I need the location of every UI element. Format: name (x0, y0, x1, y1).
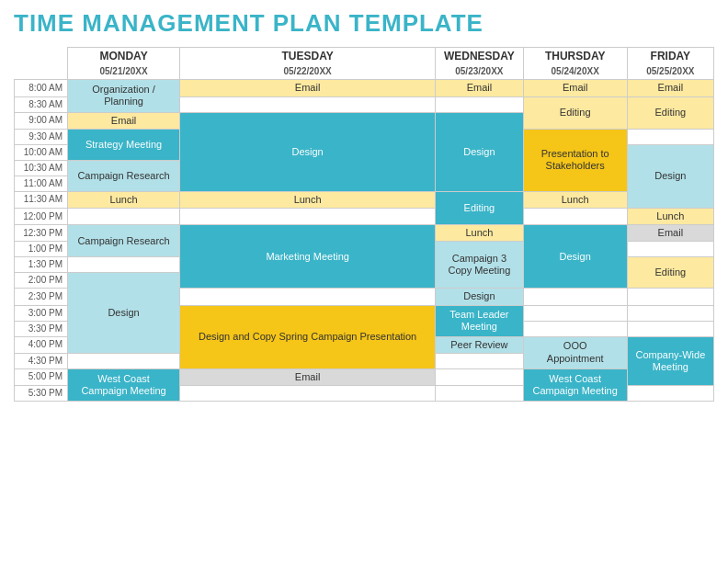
schedule-cell: Design (436, 289, 524, 305)
time-cell: 3:30 PM (15, 321, 68, 336)
date-monday: 05/21/20XX (68, 64, 180, 80)
schedule-cell: Strategy Meeting (68, 129, 180, 160)
time-cell: 9:30 AM (15, 129, 68, 144)
schedule-cell (436, 96, 524, 112)
schedule-cell: Email (523, 80, 627, 96)
header-tuesday: TUESDAY (180, 48, 436, 65)
schedule-cell (436, 385, 524, 401)
schedule-cell (627, 289, 713, 305)
time-cell: 8:00 AM (15, 80, 68, 96)
schedule-cell: OOOAppointment (523, 336, 627, 368)
time-cell: 4:00 PM (15, 336, 68, 353)
schedule-cell: Campaign Research (68, 160, 180, 191)
time-cell: 8:30 AM (15, 96, 68, 112)
schedule-cell: Design (436, 112, 524, 191)
schedule-cell: Design (627, 144, 713, 208)
schedule-cell: Design (68, 273, 180, 353)
schedule-cell (180, 208, 436, 224)
schedule-cell (68, 353, 180, 368)
schedule-cell: Design and Copy Spring Campaign Presenta… (180, 305, 436, 368)
time-cell: 1:30 PM (15, 257, 68, 273)
page-title: TIME MANAGEMENT PLAN TEMPLATE (14, 9, 714, 38)
time-cell: 12:00 PM (15, 208, 68, 224)
schedule-cell: Email (627, 80, 713, 96)
time-cell: 11:00 AM (15, 176, 68, 191)
schedule-cell: Lunch (180, 191, 436, 208)
schedule-cell: West CoastCampaign Meeting (523, 368, 627, 401)
schedule-cell (523, 321, 627, 336)
header-monday: MONDAY (68, 48, 180, 65)
schedule-cell: Email (627, 225, 713, 242)
schedule-cell: Editing (436, 191, 524, 224)
date-tuesday: 05/22/20XX (180, 64, 436, 80)
schedule-cell (68, 208, 180, 224)
time-cell: 3:00 PM (15, 305, 68, 321)
schedule-cell: Lunch (68, 191, 180, 208)
schedule-cell: Design (180, 112, 436, 191)
schedule-cell: Lunch (436, 225, 524, 242)
schedule-table: MONDAY TUESDAY WEDNESDAY THURSDAY FRIDAY… (14, 47, 714, 402)
schedule-cell: Marketing Meeting (180, 225, 436, 289)
schedule-cell (180, 289, 436, 305)
schedule-cell (627, 242, 713, 257)
corner-cell (15, 48, 68, 65)
time-cell: 11:30 AM (15, 191, 68, 208)
schedule-cell: Team LeaderMeeting (436, 305, 524, 336)
schedule-cell (523, 305, 627, 321)
schedule-cell: Campaign Research (68, 225, 180, 257)
time-cell: 9:00 AM (15, 112, 68, 129)
schedule-cell (627, 305, 713, 321)
schedule-cell (436, 353, 524, 368)
schedule-cell: Lunch (523, 191, 627, 208)
time-cell: 2:30 PM (15, 289, 68, 305)
schedule-cell: Company-WideMeeting (627, 336, 713, 385)
schedule-cell: Email (180, 80, 436, 96)
schedule-cell: Email (68, 112, 180, 129)
header-thursday: THURSDAY (523, 48, 627, 65)
time-cell: 5:00 PM (15, 368, 68, 385)
schedule-cell: Design (523, 225, 627, 289)
schedule-cell: Campaign 3Copy Meeting (436, 242, 524, 289)
date-wednesday: 05/23/20XX (436, 64, 524, 80)
schedule-cell (180, 96, 436, 112)
schedule-cell (180, 385, 436, 401)
schedule-cell (523, 208, 627, 224)
time-cell: 10:30 AM (15, 160, 68, 176)
date-thursday: 05/24/20XX (523, 64, 627, 80)
schedule-cell (436, 368, 524, 385)
time-cell: 5:30 PM (15, 385, 68, 401)
schedule-cell (627, 321, 713, 336)
time-cell: 4:30 PM (15, 353, 68, 368)
schedule-cell: Organization /Planning (68, 80, 180, 112)
schedule-cell (523, 289, 627, 305)
time-cell: 2:00 PM (15, 273, 68, 289)
schedule-cell: Editing (627, 257, 713, 289)
schedule-cell: Editing (523, 96, 627, 129)
schedule-cell: Email (180, 368, 436, 385)
schedule-cell: Email (436, 80, 524, 96)
time-cell: 12:30 PM (15, 225, 68, 242)
schedule-cell (627, 385, 713, 401)
schedule-cell: West CoastCampaign Meeting (68, 368, 180, 401)
time-cell: 1:00 PM (15, 242, 68, 257)
header-wednesday: WEDNESDAY (436, 48, 524, 65)
schedule-cell: Presentation toStakeholders (523, 129, 627, 191)
time-cell: 10:00 AM (15, 144, 68, 160)
corner-cell2 (15, 64, 68, 80)
schedule-cell: Lunch (627, 208, 713, 224)
schedule-cell (68, 257, 180, 273)
schedule-cell: Peer Review (436, 336, 524, 353)
schedule-cell (627, 129, 713, 144)
header-friday: FRIDAY (627, 48, 713, 65)
date-friday: 05/25/20XX (627, 64, 713, 80)
schedule-cell: Editing (627, 96, 713, 129)
